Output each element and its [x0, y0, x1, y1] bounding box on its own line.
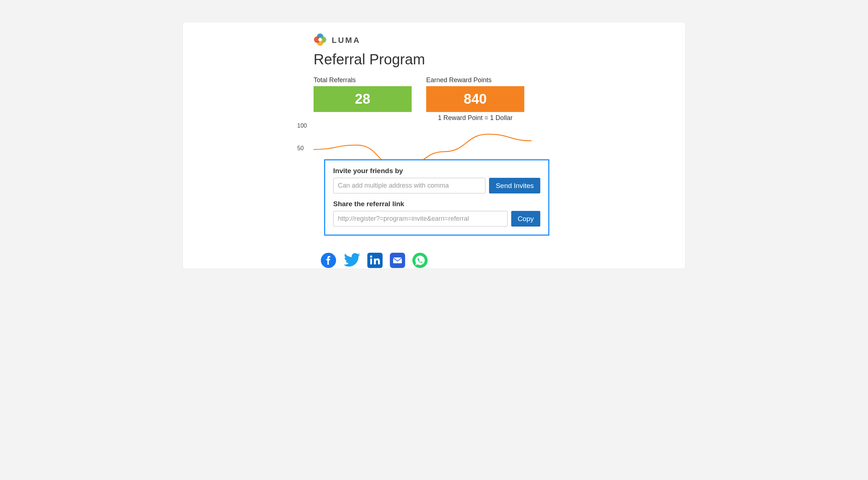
earned-points-block: Earned Reward Points 840 1 Reward Point … [426, 76, 524, 122]
total-referrals-value: 28 [314, 86, 412, 112]
share-label: Share the referral link [333, 200, 540, 208]
send-invites-button[interactable]: Send Invites [489, 178, 540, 193]
svg-rect-7 [370, 259, 372, 264]
svg-point-8 [370, 256, 372, 258]
facebook-icon[interactable] [321, 253, 336, 268]
twitter-icon[interactable] [343, 253, 360, 268]
brand-name: LUMA [332, 36, 361, 45]
page-title: Referral Program [314, 51, 539, 68]
copy-button[interactable]: Copy [511, 211, 540, 227]
invite-email-input[interactable] [333, 178, 485, 193]
invite-panel: Invite your friends by Send Invites Shar… [324, 159, 549, 236]
referral-link-input[interactable] [333, 211, 508, 227]
referral-card: LUMA Referral Program Total Referrals 28… [182, 22, 686, 269]
email-icon[interactable] [390, 253, 405, 268]
svg-point-4 [318, 38, 322, 41]
total-referrals-block: Total Referrals 28 [314, 76, 412, 122]
luma-logo-icon [314, 33, 327, 48]
stats-row: Total Referrals 28 Earned Reward Points … [314, 76, 539, 122]
earned-points-value: 840 [426, 86, 524, 112]
ytick-50: 50 [297, 145, 304, 152]
whatsapp-icon[interactable] [412, 253, 428, 268]
earned-points-note: 1 Reward Point = 1 Dollar [426, 114, 524, 122]
social-row [321, 253, 539, 268]
linkedin-icon[interactable] [367, 253, 383, 268]
total-referrals-label: Total Referrals [314, 76, 412, 84]
earned-points-label: Earned Reward Points [426, 76, 524, 84]
ytick-100: 100 [297, 123, 307, 129]
brand-row: LUMA [314, 33, 539, 48]
svg-rect-10 [393, 257, 402, 263]
invite-label: Invite your friends by [333, 167, 540, 175]
